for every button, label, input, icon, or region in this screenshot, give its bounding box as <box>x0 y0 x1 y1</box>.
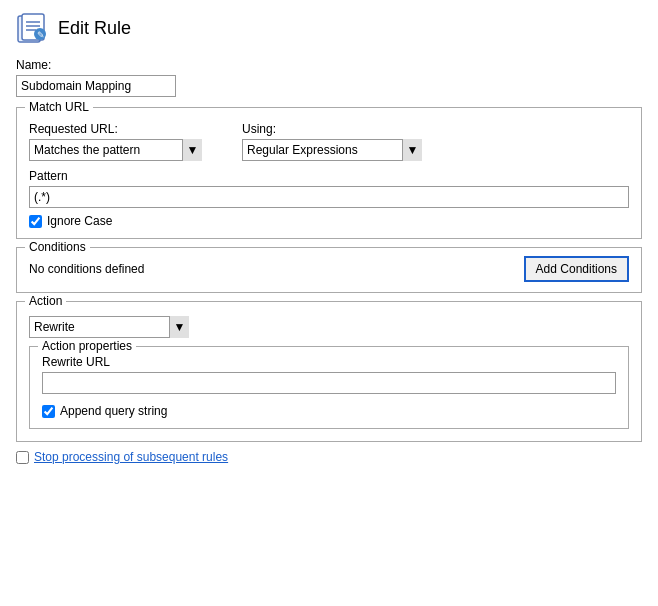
page-title: Edit Rule <box>58 18 131 39</box>
match-url-legend: Match URL <box>25 100 93 114</box>
action-fieldset: Action Rewrite Redirect Custom Response … <box>16 301 642 442</box>
match-url-fieldset: Match URL Requested URL: Matches the pat… <box>16 107 642 239</box>
using-select[interactable]: Regular Expressions Wildcards Exact Matc… <box>242 139 422 161</box>
name-label: Name: <box>16 58 642 72</box>
add-conditions-button[interactable]: Add Conditions <box>524 256 629 282</box>
conditions-legend: Conditions <box>25 240 90 254</box>
page-container: ✎ Edit Rule Name: Match URL Requested UR… <box>0 0 658 476</box>
stop-processing-checkbox[interactable] <box>16 451 29 464</box>
url-using-row: Requested URL: Matches the pattern Does … <box>29 122 629 161</box>
stop-processing-label: Stop processing of subsequent rules <box>34 450 228 464</box>
action-legend: Action <box>25 294 66 308</box>
append-query-string-row: Append query string <box>42 404 616 418</box>
ignore-case-checkbox[interactable] <box>29 215 42 228</box>
action-properties-fieldset: Action properties Rewrite URL Append que… <box>29 346 629 429</box>
requested-url-select[interactable]: Matches the pattern Does not match the p… <box>29 139 202 161</box>
rewrite-url-label: Rewrite URL <box>42 355 616 369</box>
using-label: Using: <box>242 122 422 136</box>
svg-text:✎: ✎ <box>37 30 45 40</box>
pattern-row: Pattern <box>29 169 629 208</box>
requested-url-select-wrapper: Matches the pattern Does not match the p… <box>29 139 202 161</box>
requested-url-label: Requested URL: <box>29 122 202 136</box>
pattern-label: Pattern <box>29 169 629 183</box>
pattern-input[interactable] <box>29 186 629 208</box>
conditions-fieldset: Conditions No conditions defined Add Con… <box>16 247 642 293</box>
no-conditions-text: No conditions defined <box>29 262 144 276</box>
stop-processing-row: Stop processing of subsequent rules <box>16 450 642 464</box>
ignore-case-row: Ignore Case <box>29 214 629 228</box>
append-query-string-checkbox[interactable] <box>42 405 55 418</box>
page-header: ✎ Edit Rule <box>16 12 642 44</box>
rewrite-url-input[interactable] <box>42 372 616 394</box>
name-row: Name: <box>16 58 642 97</box>
ignore-case-label: Ignore Case <box>47 214 112 228</box>
using-group: Using: Regular Expressions Wildcards Exa… <box>242 122 422 161</box>
action-select-row: Rewrite Redirect Custom Response Abort R… <box>29 316 629 338</box>
action-select[interactable]: Rewrite Redirect Custom Response Abort R… <box>29 316 189 338</box>
requested-url-group: Requested URL: Matches the pattern Does … <box>29 122 202 161</box>
conditions-row: No conditions defined Add Conditions <box>29 256 629 282</box>
edit-rule-icon: ✎ <box>16 12 48 44</box>
stop-processing-link[interactable]: Stop processing of subsequent rules <box>34 450 228 464</box>
action-properties-legend: Action properties <box>38 339 136 353</box>
append-query-string-label: Append query string <box>60 404 167 418</box>
action-select-wrapper: Rewrite Redirect Custom Response Abort R… <box>29 316 189 338</box>
name-input[interactable] <box>16 75 176 97</box>
using-select-wrapper: Regular Expressions Wildcards Exact Matc… <box>242 139 422 161</box>
